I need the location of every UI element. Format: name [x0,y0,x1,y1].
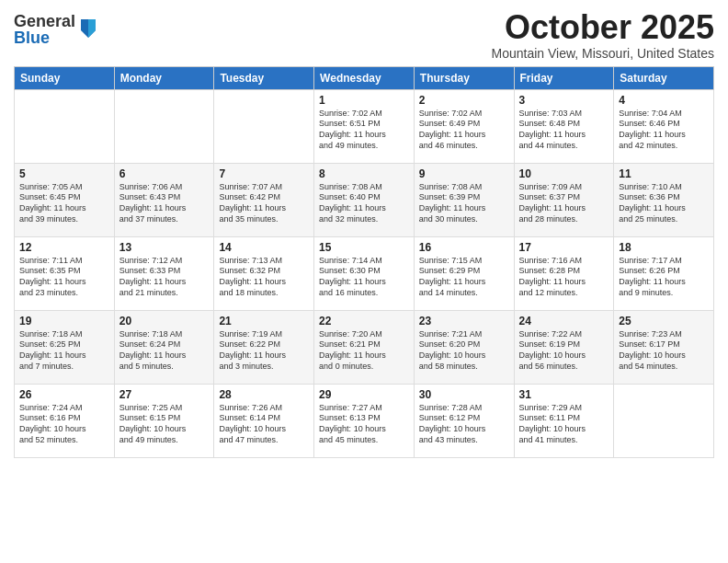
day-info: Sunrise: 7:16 AM Sunset: 6:28 PM Dayligh… [519,256,609,299]
logo-text: General Blue [14,13,75,46]
day-info: Sunrise: 7:27 AM Sunset: 6:13 PM Dayligh… [319,403,409,446]
day-cell: 17Sunrise: 7:16 AM Sunset: 6:28 PM Dayli… [514,236,614,310]
day-info: Sunrise: 7:23 AM Sunset: 6:17 PM Dayligh… [619,329,709,373]
day-cell: 1Sunrise: 7:02 AM Sunset: 6:51 PM Daylig… [314,89,415,163]
day-cell: 5Sunrise: 7:05 AM Sunset: 6:45 PM Daylig… [15,163,115,236]
title-block: October 2025 Mountain View, Missouri, Un… [491,9,714,61]
day-cell: 31Sunrise: 7:29 AM Sunset: 6:11 PM Dayli… [514,384,614,457]
day-number: 26 [19,388,109,401]
day-cell: 12Sunrise: 7:11 AM Sunset: 6:35 PM Dayli… [15,236,115,310]
day-number: 17 [519,241,609,254]
day-info: Sunrise: 7:22 AM Sunset: 6:19 PM Dayligh… [519,329,609,373]
day-number: 25 [619,315,709,327]
day-info: Sunrise: 7:06 AM Sunset: 6:43 PM Dayligh… [119,182,210,225]
day-cell: 2Sunrise: 7:02 AM Sunset: 6:49 PM Daylig… [414,89,514,163]
day-number: 10 [519,167,609,180]
day-info: Sunrise: 7:15 AM Sunset: 6:29 PM Dayligh… [419,256,509,299]
day-cell [114,89,214,163]
day-cell: 25Sunrise: 7:23 AM Sunset: 6:17 PM Dayli… [614,310,714,384]
day-cell: 14Sunrise: 7:13 AM Sunset: 6:32 PM Dayli… [214,236,314,310]
week-row-1: 1Sunrise: 7:02 AM Sunset: 6:51 PM Daylig… [15,89,714,163]
day-info: Sunrise: 7:18 AM Sunset: 6:24 PM Dayligh… [119,329,210,373]
col-friday: Friday [514,66,614,89]
location-title: Mountain View, Missouri, United States [491,46,714,61]
logo-general-text: General [14,13,75,29]
day-cell: 29Sunrise: 7:27 AM Sunset: 6:13 PM Dayli… [314,384,415,457]
day-number: 30 [419,388,509,401]
day-number: 19 [19,315,109,327]
day-info: Sunrise: 7:02 AM Sunset: 6:49 PM Dayligh… [419,109,509,152]
day-number: 1 [319,94,409,107]
logo: General Blue [14,13,99,46]
day-cell: 8Sunrise: 7:08 AM Sunset: 6:40 PM Daylig… [314,163,415,236]
day-info: Sunrise: 7:14 AM Sunset: 6:30 PM Dayligh… [319,256,409,299]
day-info: Sunrise: 7:21 AM Sunset: 6:20 PM Dayligh… [419,329,509,373]
day-cell [614,384,714,457]
day-number: 4 [619,94,709,107]
day-cell: 30Sunrise: 7:28 AM Sunset: 6:12 PM Dayli… [414,384,514,457]
header-row: General Blue October 2025 Mountain View,… [14,9,714,61]
day-info: Sunrise: 7:20 AM Sunset: 6:21 PM Dayligh… [319,329,409,373]
day-info: Sunrise: 7:12 AM Sunset: 6:33 PM Dayligh… [119,256,210,299]
day-cell: 16Sunrise: 7:15 AM Sunset: 6:29 PM Dayli… [414,236,514,310]
day-info: Sunrise: 7:09 AM Sunset: 6:37 PM Dayligh… [519,182,609,225]
day-number: 3 [519,94,609,107]
day-cell: 21Sunrise: 7:19 AM Sunset: 6:22 PM Dayli… [214,310,314,384]
day-number: 16 [419,241,509,254]
day-info: Sunrise: 7:10 AM Sunset: 6:36 PM Dayligh… [619,182,709,225]
day-number: 31 [519,388,609,401]
day-number: 27 [119,388,210,401]
svg-marker-1 [88,19,96,38]
day-number: 7 [219,167,309,180]
day-cell: 26Sunrise: 7:24 AM Sunset: 6:16 PM Dayli… [15,384,115,457]
day-number: 14 [219,241,309,254]
day-info: Sunrise: 7:05 AM Sunset: 6:45 PM Dayligh… [19,182,109,225]
day-info: Sunrise: 7:04 AM Sunset: 6:46 PM Dayligh… [619,109,709,152]
day-cell: 20Sunrise: 7:18 AM Sunset: 6:24 PM Dayli… [114,310,214,384]
day-cell [214,89,314,163]
day-info: Sunrise: 7:24 AM Sunset: 6:16 PM Dayligh… [19,403,109,446]
day-cell: 9Sunrise: 7:08 AM Sunset: 6:39 PM Daylig… [414,163,514,236]
month-title: October 2025 [491,9,714,46]
day-number: 15 [319,241,409,254]
week-row-5: 26Sunrise: 7:24 AM Sunset: 6:16 PM Dayli… [15,384,714,457]
page: General Blue October 2025 Mountain View,… [0,0,728,563]
day-number: 22 [319,315,409,327]
day-number: 18 [619,241,709,254]
day-cell: 28Sunrise: 7:26 AM Sunset: 6:14 PM Dayli… [214,384,314,457]
col-thursday: Thursday [414,66,514,89]
day-info: Sunrise: 7:18 AM Sunset: 6:25 PM Dayligh… [19,329,109,373]
day-number: 28 [219,388,309,401]
day-cell [15,89,115,163]
logo-blue-text: Blue [14,29,75,46]
day-cell: 24Sunrise: 7:22 AM Sunset: 6:19 PM Dayli… [514,310,614,384]
day-cell: 13Sunrise: 7:12 AM Sunset: 6:33 PM Dayli… [114,236,214,310]
day-info: Sunrise: 7:08 AM Sunset: 6:40 PM Dayligh… [319,182,409,225]
day-number: 21 [219,315,309,327]
col-monday: Monday [114,66,214,89]
col-wednesday: Wednesday [314,66,415,89]
day-info: Sunrise: 7:29 AM Sunset: 6:11 PM Dayligh… [519,403,609,446]
day-number: 24 [519,315,609,327]
week-row-4: 19Sunrise: 7:18 AM Sunset: 6:25 PM Dayli… [15,310,714,384]
day-number: 20 [119,315,210,327]
day-info: Sunrise: 7:26 AM Sunset: 6:14 PM Dayligh… [219,403,309,446]
week-row-2: 5Sunrise: 7:05 AM Sunset: 6:45 PM Daylig… [15,163,714,236]
day-cell: 15Sunrise: 7:14 AM Sunset: 6:30 PM Dayli… [314,236,415,310]
col-tuesday: Tuesday [214,66,314,89]
day-info: Sunrise: 7:02 AM Sunset: 6:51 PM Dayligh… [319,109,409,152]
day-cell: 6Sunrise: 7:06 AM Sunset: 6:43 PM Daylig… [114,163,214,236]
day-cell: 22Sunrise: 7:20 AM Sunset: 6:21 PM Dayli… [314,310,415,384]
day-info: Sunrise: 7:19 AM Sunset: 6:22 PM Dayligh… [219,329,309,373]
calendar-table: Sunday Monday Tuesday Wednesday Thursday… [14,66,714,458]
day-number: 12 [19,241,109,254]
day-number: 9 [419,167,509,180]
col-saturday: Saturday [614,66,714,89]
day-cell: 7Sunrise: 7:07 AM Sunset: 6:42 PM Daylig… [214,163,314,236]
day-info: Sunrise: 7:28 AM Sunset: 6:12 PM Dayligh… [419,403,509,446]
day-cell: 23Sunrise: 7:21 AM Sunset: 6:20 PM Dayli… [414,310,514,384]
day-cell: 3Sunrise: 7:03 AM Sunset: 6:48 PM Daylig… [514,89,614,163]
day-number: 11 [619,167,709,180]
day-cell: 27Sunrise: 7:25 AM Sunset: 6:15 PM Dayli… [114,384,214,457]
header-row-days: Sunday Monday Tuesday Wednesday Thursday… [15,66,714,89]
